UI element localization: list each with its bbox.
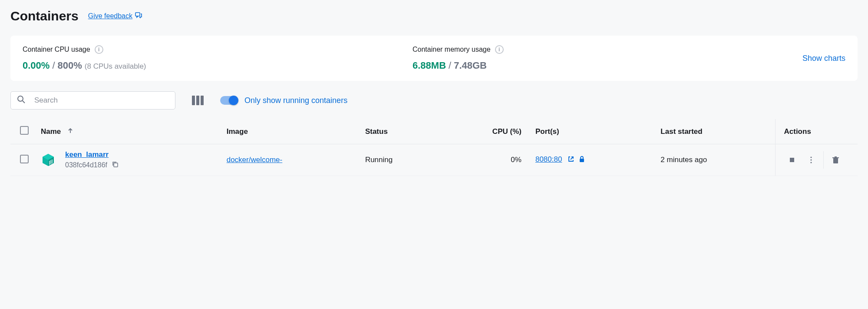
svg-point-12 bbox=[810, 159, 812, 160]
stop-button[interactable] bbox=[782, 150, 802, 169]
table-row: keen_lamarr 038fc64d186f bbox=[10, 144, 858, 176]
running-toggle-label: Only show running containers bbox=[244, 96, 347, 105]
give-feedback-link[interactable]: Give feedback bbox=[88, 12, 142, 20]
running-toggle-group: Only show running containers bbox=[220, 96, 347, 105]
cpu-current: 0.00% bbox=[23, 60, 50, 71]
search-input[interactable] bbox=[34, 96, 169, 105]
action-divider bbox=[823, 151, 824, 169]
svg-rect-10 bbox=[790, 158, 794, 162]
header-image[interactable]: Image bbox=[222, 119, 361, 144]
external-link-icon[interactable] bbox=[568, 156, 574, 165]
feedback-label: Give feedback bbox=[88, 12, 132, 20]
page-title: Containers bbox=[10, 9, 79, 23]
cpu-value: 0% bbox=[439, 144, 531, 176]
svg-rect-8 bbox=[114, 163, 118, 167]
header-cpu[interactable]: CPU (%) bbox=[439, 119, 531, 144]
memory-stat-label: Container memory usage bbox=[413, 46, 491, 53]
svg-rect-0 bbox=[135, 13, 140, 16]
select-all-checkbox[interactable] bbox=[20, 126, 29, 135]
memory-total: 7.48GB bbox=[454, 60, 487, 71]
svg-point-1 bbox=[18, 96, 23, 101]
lock-icon[interactable] bbox=[579, 156, 585, 165]
memory-stat-block: Container memory usage i 6.88MB / 7.48GB bbox=[413, 45, 802, 71]
svg-rect-15 bbox=[832, 157, 839, 158]
header-ports[interactable]: Port(s) bbox=[531, 119, 656, 144]
port-link[interactable]: 8080:80 bbox=[535, 155, 562, 163]
columns-icon[interactable] bbox=[192, 96, 204, 105]
svg-point-13 bbox=[810, 162, 812, 163]
cpu-stat-block: Container CPU usage i 0.00% / 800% (8 CP… bbox=[23, 45, 413, 71]
header-status[interactable]: Status bbox=[361, 119, 439, 144]
toolbar: Only show running containers bbox=[10, 91, 858, 110]
cpu-detail: (8 CPUs available) bbox=[85, 62, 146, 71]
search-box[interactable] bbox=[10, 91, 175, 110]
containers-table: Name Image Status CPU (%) Port(s) Last s… bbox=[10, 119, 858, 176]
info-icon[interactable]: i bbox=[95, 45, 103, 54]
header-name[interactable]: Name bbox=[36, 119, 222, 144]
container-name-link[interactable]: keen_lamarr bbox=[65, 150, 119, 159]
memory-current: 6.88MB bbox=[413, 60, 446, 71]
image-link[interactable]: docker/welcome- bbox=[227, 156, 283, 164]
info-icon[interactable]: i bbox=[495, 45, 504, 54]
svg-rect-9 bbox=[580, 159, 584, 162]
sort-arrow-up-icon bbox=[67, 127, 73, 136]
feedback-icon bbox=[135, 12, 142, 20]
show-charts-button[interactable]: Show charts bbox=[802, 54, 845, 63]
svg-point-11 bbox=[810, 156, 812, 158]
toggle-knob bbox=[229, 96, 238, 105]
stats-panel: Container CPU usage i 0.00% / 800% (8 CP… bbox=[10, 36, 858, 81]
cpu-separator: / bbox=[52, 60, 55, 71]
more-actions-button[interactable] bbox=[802, 150, 821, 169]
status-text: Running bbox=[361, 144, 439, 176]
cpu-stat-label: Container CPU usage bbox=[23, 46, 90, 53]
header-actions: Actions bbox=[775, 119, 858, 144]
row-checkbox[interactable] bbox=[20, 155, 29, 163]
header-last-started[interactable]: Last started bbox=[656, 119, 775, 144]
running-toggle[interactable] bbox=[220, 96, 238, 105]
copy-icon[interactable] bbox=[112, 161, 119, 169]
container-id: 038fc64d186f bbox=[65, 161, 107, 169]
last-started-value: 2 minutes ago bbox=[656, 144, 775, 176]
svg-rect-14 bbox=[833, 158, 838, 163]
svg-rect-16 bbox=[835, 156, 837, 157]
delete-button[interactable] bbox=[826, 150, 845, 169]
memory-separator: / bbox=[449, 60, 451, 71]
container-icon bbox=[41, 153, 56, 167]
cpu-total: 800% bbox=[58, 60, 82, 71]
search-icon bbox=[17, 95, 26, 106]
